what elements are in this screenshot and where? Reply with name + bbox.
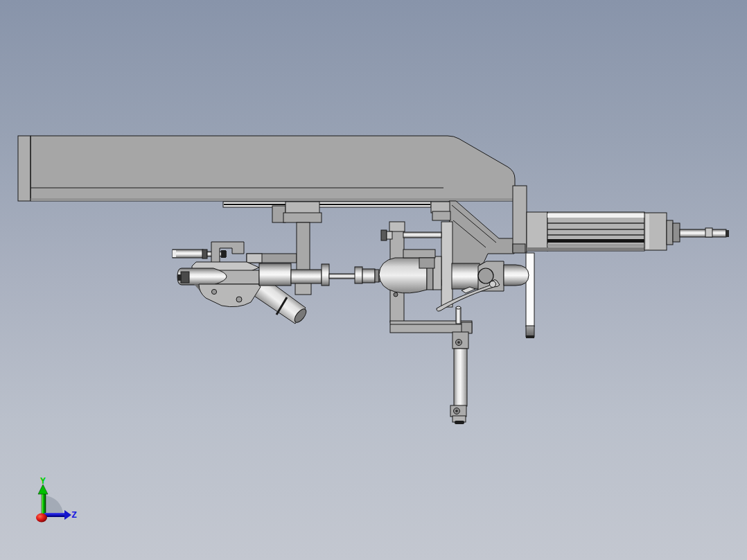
rail-clamp[interactable] xyxy=(285,202,319,213)
vertical-piston[interactable] xyxy=(450,332,468,424)
actuator-mount-block[interactable] xyxy=(513,186,527,253)
feed-cylinder[interactable] xyxy=(173,250,203,258)
assembly-model[interactable] xyxy=(18,136,729,424)
plate-hole xyxy=(236,297,242,302)
linear-actuator-motor[interactable] xyxy=(527,212,729,251)
triad-sector xyxy=(44,496,63,515)
axis-z-label: Z xyxy=(71,509,77,520)
link-pin xyxy=(456,306,461,324)
shaft-flange xyxy=(355,267,362,283)
model-canvas[interactable]: Y Z xyxy=(0,0,747,560)
hanger-bar[interactable] xyxy=(526,253,534,338)
orientation-triad: Y Z xyxy=(36,475,77,523)
shaft-flange xyxy=(322,264,329,286)
shaft-key xyxy=(705,228,712,237)
clevis-end-cap xyxy=(504,265,529,286)
hook-bracket[interactable] xyxy=(211,242,244,263)
tie-rod-top xyxy=(403,232,441,238)
receiver-body[interactable] xyxy=(449,201,514,270)
trigger-plate[interactable] xyxy=(199,284,261,307)
plate-hole xyxy=(211,289,216,294)
piston-tube[interactable] xyxy=(454,349,467,406)
guide-rail[interactable] xyxy=(223,202,450,222)
front-plate-bar[interactable] xyxy=(441,222,452,307)
axis-x-origin xyxy=(36,514,47,523)
cad-viewport[interactable]: Y Z xyxy=(0,0,747,560)
axis-y-label: Y xyxy=(40,475,46,486)
top-mounting-plate[interactable] xyxy=(18,136,515,201)
lever-pivot xyxy=(490,281,496,288)
spindle-yoke xyxy=(403,250,435,258)
actuator-shaft[interactable] xyxy=(680,229,726,237)
